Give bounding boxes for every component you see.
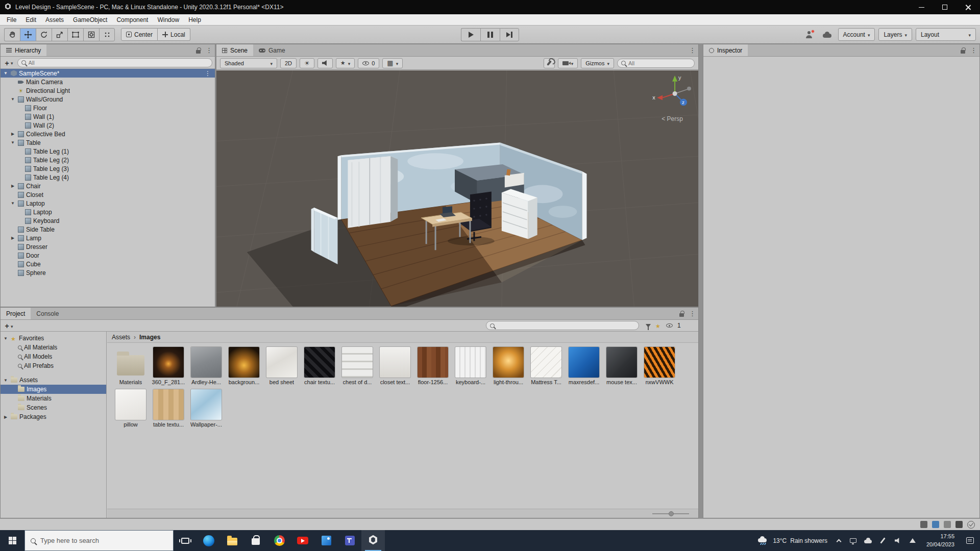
scene-search[interactable] (617, 59, 695, 68)
task-view-button[interactable] (174, 530, 197, 551)
action-center-button[interactable] (960, 537, 980, 544)
shading-mode-dropdown[interactable]: Shaded (220, 58, 277, 68)
project-search-input[interactable] (497, 322, 635, 329)
lock-icon[interactable] (679, 313, 684, 317)
project-tree-item-packages[interactable]: ▶Packages (1, 412, 106, 421)
hidden-icons-button[interactable] (834, 538, 845, 543)
close-button[interactable] (957, 0, 980, 14)
volume-icon[interactable] (893, 536, 902, 546)
sync-status-icon[interactable] (967, 521, 975, 529)
move-tool-button[interactable] (20, 28, 36, 41)
menu-file[interactable]: File (2, 14, 21, 25)
project-tree-item-images[interactable]: Images (1, 385, 106, 394)
hierarchy-item-closet[interactable]: Closet (1, 190, 215, 199)
taskbar-search-input[interactable] (40, 537, 167, 544)
tray-overflow-icon[interactable] (932, 521, 939, 528)
hierarchy-item-table[interactable]: ▼Table (1, 138, 215, 147)
hidden-packages-icon[interactable] (666, 323, 673, 328)
project-tree-item-all-prefabs[interactable]: All Prefabs (1, 361, 106, 370)
asset-materials[interactable]: Materials (112, 347, 149, 385)
menu-help[interactable]: Help (184, 14, 206, 25)
project-tree-item-scenes[interactable]: Scenes (1, 403, 106, 412)
slider-thumb[interactable] (669, 511, 674, 516)
pause-button[interactable] (480, 28, 500, 41)
unity-button[interactable] (361, 530, 385, 551)
hierarchy-item-laptop[interactable]: Laptop (1, 208, 215, 216)
asset-chest-of-d[interactable]: chest of d... (339, 347, 376, 385)
hierarchy-item-keyboard[interactable]: Keyboard (1, 216, 215, 225)
account-dropdown[interactable]: Account (838, 28, 875, 41)
hierarchy-item-table-leg-3[interactable]: Table Leg (3) (1, 164, 215, 173)
monitor-icon[interactable] (849, 536, 858, 546)
asset-ardley-he[interactable]: Ardley-He... (188, 347, 225, 385)
expand-arrow-icon[interactable]: ▶ (10, 132, 16, 136)
asset-nxwvwwk[interactable]: nxwVWWK (641, 347, 678, 385)
expand-arrow-icon[interactable]: ▶ (10, 184, 16, 188)
grid-dropdown[interactable] (382, 58, 403, 68)
project-tree-item-all-models[interactable]: All Models (1, 352, 106, 361)
hierarchy-item-door[interactable]: Door (1, 251, 215, 260)
youtube-button[interactable] (291, 530, 314, 551)
gizmos-dropdown[interactable]: Gizmos (581, 58, 614, 68)
layers-dropdown[interactable]: Layers (878, 28, 912, 41)
hierarchy-item-sphere[interactable]: Sphere (1, 268, 215, 277)
taskbar-search[interactable] (24, 530, 174, 551)
hierarchy-item-table-leg-2[interactable]: Table Leg (2) (1, 156, 215, 164)
clock-widget[interactable]: 17:55 20/04/2023 (921, 533, 960, 548)
project-tree-item-assets[interactable]: ▼Assets (1, 375, 106, 385)
pivot-toggle-button[interactable]: Center (121, 28, 158, 41)
hierarchy-search[interactable] (17, 58, 212, 67)
asset-maxresdef[interactable]: maxresdef... (566, 347, 602, 385)
rotate-tool-button[interactable] (36, 28, 52, 41)
hierarchy-search-input[interactable] (29, 60, 208, 66)
menu-assets[interactable]: Assets (41, 14, 68, 25)
hierarchy-item-walls-ground[interactable]: ▼Walls/Ground (1, 95, 215, 104)
create-object-button[interactable] (3, 58, 15, 67)
asset-pillow[interactable]: pillow (112, 389, 149, 428)
step-button[interactable] (500, 28, 519, 41)
expand-arrow-icon[interactable]: ▶ (10, 236, 16, 240)
transform-tool-button[interactable] (83, 28, 99, 41)
rect-tool-button[interactable] (67, 28, 83, 41)
asset-floor-1256[interactable]: floor-1256... (414, 347, 451, 385)
item-menu-icon[interactable] (205, 70, 215, 77)
hierarchy-item-samplescene[interactable]: ▼SampleScene* (1, 69, 215, 78)
maximize-button[interactable] (933, 0, 957, 14)
asset-closet-text[interactable]: closet text... (377, 347, 413, 385)
breadcrumb-assets[interactable]: Assets (112, 334, 130, 341)
tab-hierarchy[interactable]: Hierarchy (1, 44, 46, 56)
menu-edit[interactable]: Edit (21, 14, 41, 25)
asset-bed-sheet[interactable]: bed sheet (263, 347, 300, 385)
hierarchy-item-wall-2[interactable]: Wall (2) (1, 121, 215, 130)
hierarchy-item-table-leg-4[interactable]: Table Leg (4) (1, 173, 215, 182)
expand-arrow-icon[interactable]: ▼ (10, 97, 16, 102)
hierarchy-item-laptop[interactable]: ▼Laptop (1, 199, 215, 208)
2d-toggle-button[interactable]: 2D (280, 58, 297, 68)
weather-widget[interactable]: 13°C Rain showers (752, 530, 834, 551)
scene-search-input[interactable] (628, 60, 691, 66)
lock-icon[interactable] (196, 50, 201, 54)
menu-window[interactable]: Window (153, 14, 184, 25)
project-tree-item-favorites[interactable]: ▼Favorites (1, 334, 106, 343)
asset-360-f-281[interactable]: 360_F_281... (150, 347, 187, 385)
expand-arrow-icon[interactable]: ▼ (10, 140, 16, 145)
teams-button[interactable] (338, 530, 361, 551)
scene-viewport[interactable]: x y z < Persp (216, 70, 698, 307)
start-button[interactable] (0, 530, 24, 551)
hierarchy-item-dresser[interactable]: Dresser (1, 242, 215, 251)
expand-arrow-icon[interactable]: ▼ (3, 336, 9, 341)
project-tree-item-materials[interactable]: Materials (1, 394, 106, 403)
asset-wallpaper[interactable]: Wallpaper-... (188, 389, 225, 428)
layout-dropdown[interactable]: Layout (916, 28, 976, 41)
custom-tool-button[interactable] (99, 28, 115, 41)
effects-dropdown[interactable] (336, 58, 355, 68)
pen-icon[interactable] (878, 536, 888, 546)
tray-overflow-icon[interactable] (944, 521, 951, 528)
panel-menu-icon[interactable] (689, 310, 694, 317)
asset-mouse-tex[interactable]: mouse tex... (603, 347, 640, 385)
project-search[interactable] (486, 321, 639, 330)
photos-button[interactable] (314, 530, 338, 551)
breadcrumb-images[interactable]: Images (139, 334, 160, 341)
tab-game[interactable]: Game (253, 44, 291, 56)
asset-light-throu[interactable]: light-throu... (490, 347, 527, 385)
